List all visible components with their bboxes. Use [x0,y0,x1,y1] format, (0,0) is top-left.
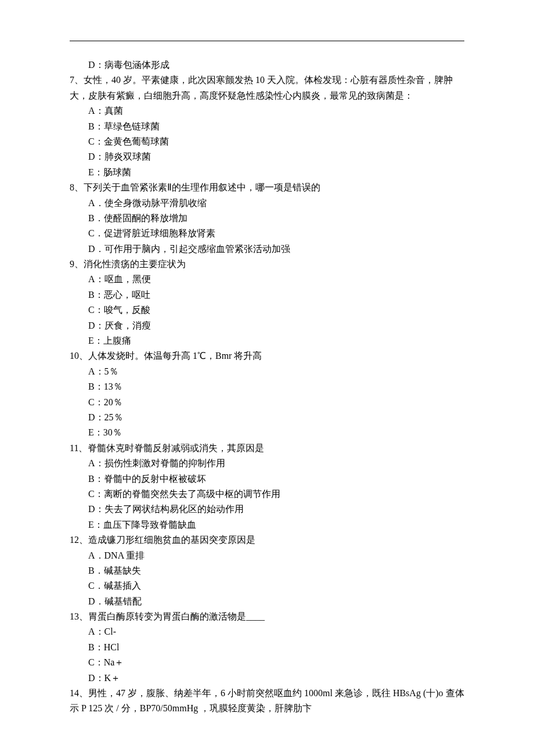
q7-text: 7、女性，40 岁。平素健康，此次因寒颤发热 10 天入院。体检发现：心脏有器质… [70,73,464,103]
q8-option-c: C．促进肾脏近球细胞释放肾素 [70,226,464,241]
q9-option-c: C：唆气，反酸 [70,303,464,318]
q10-option-d: D：25％ [70,410,464,425]
q12-option-d: D．碱基错配 [70,594,464,609]
q9-option-b: B：恶心，呕吐 [70,287,464,303]
q8-option-b: B．使醛固酮的释放增加 [70,211,464,226]
q11-option-a: A：损伤性刺激对脊髓的抑制作用 [70,456,464,471]
q6-option-d: D：病毒包涵体形成 [70,57,464,73]
q7-option-a: A：真菌 [70,103,464,118]
q9-option-a: A：呕血，黑便 [70,272,464,287]
q12-option-a: A．DNA 重排 [70,548,464,563]
q7-option-d: D：肺炎双球菌 [70,149,464,164]
q13-text: 13、胃蛋白酶原转变为胃蛋白酶的激活物是____ [70,609,464,624]
q7-option-e: E：肠球菌 [70,165,464,180]
document-page: D：病毒包涵体形成 7、女性，40 岁。平素健康，此次因寒颤发热 10 天入院。… [0,0,534,756]
q9-text: 9、消化性溃疡的主要症状为 [70,257,464,272]
q14-text: 14、男性，47 岁，腹胀、纳差半年，6 小时前突然呕血约 1000ml 来急诊… [70,686,464,717]
q10-option-a: A：5％ [70,364,464,379]
q10-option-b: B：13％ [70,379,464,394]
q9-option-e: E：上腹痛 [70,333,464,348]
q11-option-d: D：失去了网状结构易化区的始动作用 [70,502,464,517]
q12-text: 12、造成镰刀形红细胞贫血的基因突变原因是 [70,532,464,548]
header-rule [70,41,464,41]
q8-text: 8、下列关于血管紧张素Ⅱ的生理作用叙述中，哪一项是错误的 [70,180,464,195]
q7-option-b: B：草绿色链球菌 [70,119,464,134]
q8-option-a: A．使全身微动脉平滑肌收缩 [70,196,464,211]
q7-option-c: C：金黄色葡萄球菌 [70,134,464,149]
q12-option-b: B．碱基缺失 [70,563,464,578]
q10-text: 10、人体发烧时。体温每升高 1℃，Bmr 将升高 [70,348,464,363]
q10-option-c: C：20％ [70,395,464,410]
q11-option-c: C：离断的脊髓突然失去了高级中枢的调节作用 [70,487,464,502]
q13-option-d: D：K＋ [70,671,464,686]
q13-option-b: B：HCl [70,640,464,655]
q13-option-a: A：Cl- [70,624,464,639]
q9-option-d: D：厌食，消瘦 [70,318,464,333]
q11-option-e: E：血压下降导致脊髓缺血 [70,517,464,532]
q10-option-e: E：30％ [70,425,464,440]
q8-option-d: D．可作用于脑内，引起交感缩血管紧张活动加强 [70,242,464,257]
q13-option-c: C：Na＋ [70,655,464,670]
q11-option-b: B：脊髓中的反射中枢被破坏 [70,471,464,487]
q11-text: 11、脊髓休克时脊髓反射减弱或消失，其原因是 [70,441,464,456]
q12-option-c: C．碱基插入 [70,578,464,593]
